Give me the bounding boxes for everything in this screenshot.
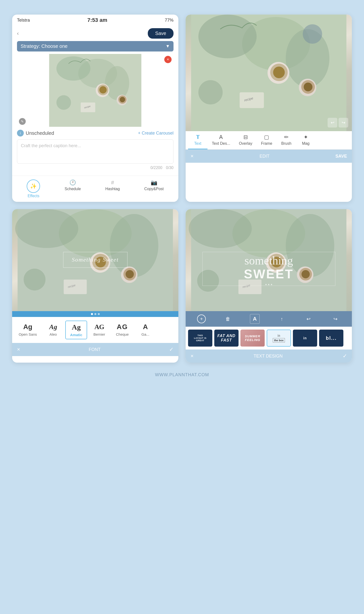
editor-save-button[interactable]: SAVE — [335, 154, 347, 159]
svg-point-38 — [15, 209, 78, 248]
design-summer-feeling-label: SUMMER FEELING — [244, 333, 262, 343]
tools-bar: 𝗧 Text 𝖠 Text Des... ⊟ Overlay ▢ Frame ✏… — [186, 131, 352, 150]
tool-brush-label: Brush — [281, 141, 291, 146]
design-in-the-box[interactable]: in the box — [267, 330, 291, 347]
schedule-icon: 🕐 — [69, 179, 76, 186]
design-summer-feeling[interactable]: SUMMER FEELING — [240, 330, 265, 347]
design-fat-fast[interactable]: FAT AND FAST — [214, 330, 239, 347]
post-image-wrapper: recipe × ✎ — [17, 54, 173, 127]
design-in-dark[interactable]: in — [293, 330, 317, 347]
schedule-row: i Unscheduled + Create Carousel — [12, 127, 178, 139]
tool-frame[interactable]: ▢ Frame — [257, 131, 277, 149]
font-open-sans[interactable]: Ag Open Sans — [14, 321, 41, 339]
top-bar: ‹ Save — [12, 26, 178, 41]
tool-text-design[interactable]: 𝖠 Text Des... — [208, 131, 235, 149]
undo-button[interactable]: ↩ — [328, 118, 337, 127]
create-carousel-button[interactable]: + Create Carousel — [138, 131, 173, 136]
font-name-gap: Ga... — [142, 332, 149, 336]
tool-frame-label: Frame — [261, 141, 272, 146]
sweet-text-overlay: Something Sweet — [72, 257, 119, 263]
post-image: recipe — [17, 54, 173, 127]
carrier-signal: Telstra — [17, 18, 30, 23]
font-sample-bernier: AG — [94, 323, 104, 331]
tool-text[interactable]: 𝗧 Text — [188, 131, 208, 149]
design-bl[interactable]: bl... — [319, 330, 343, 347]
design-action-bar: × TEXT DESIGN ✓ — [186, 350, 352, 363]
bottom-nav: ✨ Effects 🕐 Schedule # Hashtag 📷 Copy&Po… — [12, 176, 178, 202]
font-aleo[interactable]: Ag Aleo — [42, 321, 64, 339]
svg-point-39 — [24, 269, 46, 290]
nav-hashtag[interactable]: # Hashtag — [105, 179, 120, 198]
strategy-label: Strategy: Choose one — [21, 43, 67, 49]
design-tools-bar: + 🗑 A ↑ ↩ ↪ — [186, 311, 352, 327]
font-a-button[interactable]: A — [250, 314, 260, 324]
font-selector-card: recipe Something Sweet Ag Open Sans Ag A — [12, 209, 178, 363]
font-cheque[interactable]: AG Cheque — [111, 321, 133, 339]
design-confirm-button[interactable]: ✓ — [343, 353, 347, 359]
schedule-left: i Unscheduled — [17, 130, 54, 136]
hashtag-count: 0/30 — [166, 166, 173, 170]
footer: WWW.PLANNTHAT.COM — [155, 372, 209, 377]
font-bernier[interactable]: AG Bernier — [88, 321, 110, 339]
svg-point-18 — [273, 67, 285, 78]
tool-brush[interactable]: ✏ Brush — [277, 131, 296, 149]
remove-image-button[interactable]: × — [164, 56, 171, 63]
tool-overlay[interactable]: ⊟ Overlay — [235, 131, 257, 149]
nav-copy-post[interactable]: 📷 Copy&Post — [144, 179, 164, 198]
svg-point-35 — [126, 270, 134, 278]
text-design-selector: THIS LAYOUT IS GREAT FAT AND FAST SUMMER… — [186, 327, 352, 350]
edit-image-icon: ✎ — [19, 118, 26, 125]
font-amatic[interactable]: Ag Amatic — [65, 321, 87, 339]
avatar: i — [17, 130, 24, 136]
redo-design-button[interactable]: ↪ — [331, 314, 340, 324]
svg-point-12 — [57, 95, 71, 110]
design-in-the-box-label: in the box — [272, 332, 286, 344]
delete-text-button[interactable]: 🗑 — [223, 314, 233, 324]
nav-copy-post-label: Copy&Post — [144, 187, 164, 191]
upload-button[interactable]: ↑ — [277, 314, 286, 324]
font-name-bernier: Bernier — [93, 332, 105, 336]
tool-text-label: Text — [194, 141, 201, 146]
svg-point-51 — [189, 209, 252, 248]
caption-counter: 0/2200 0/30 — [12, 164, 178, 172]
font-sample-gap: A — [143, 323, 148, 331]
font-action-label: FONT — [89, 347, 101, 352]
nav-effects[interactable]: ✨ Effects — [27, 179, 40, 198]
dot-3 — [98, 313, 100, 315]
design-this-layout-label: THIS LAYOUT IS GREAT — [193, 333, 208, 343]
caption-input[interactable]: Craft the perfect caption here... — [17, 139, 173, 164]
hashtag-icon: # — [111, 179, 114, 186]
design-fat-fast-label: FAT AND FAST — [216, 332, 237, 344]
status-bar: Telstra 7:53 am 77% — [12, 14, 178, 26]
strategy-bar[interactable]: Strategy: Choose one ▼ — [17, 41, 173, 52]
save-button[interactable]: Save — [148, 28, 173, 39]
add-text-button[interactable]: + — [197, 314, 206, 323]
undo-redo-controls: ↩ ↪ — [328, 118, 348, 127]
frame-tool-icon: ▢ — [264, 134, 269, 140]
text-editor-card: recipe ↩ ↪ 𝗧 Text 𝖠 Text Des... ⊟ — [186, 14, 352, 202]
undo-design-button[interactable]: ↩ — [304, 314, 313, 324]
font-confirm-button[interactable]: ✓ — [169, 346, 173, 353]
brush-tool-icon: ✏ — [284, 134, 288, 140]
nav-schedule-label: Schedule — [65, 187, 81, 191]
dot-2 — [94, 313, 96, 315]
editor-close-button[interactable]: × — [191, 153, 194, 159]
tool-mag[interactable]: ✦ Mag — [296, 131, 315, 149]
design-bl-label: bl... — [325, 334, 338, 342]
nav-schedule[interactable]: 🕐 Schedule — [65, 179, 81, 198]
text-design-tool-icon: 𝖠 — [219, 134, 223, 140]
design-close-button[interactable]: × — [191, 353, 194, 359]
font-gap[interactable]: A Ga... — [134, 321, 156, 339]
design-bullets: • • • — [186, 282, 352, 287]
design-in-dark-label: in — [302, 335, 308, 341]
effects-icon: ✨ — [27, 179, 40, 193]
back-button[interactable]: ‹ — [17, 30, 19, 37]
font-close-button[interactable]: × — [17, 346, 20, 353]
design-this-layout[interactable]: THIS LAYOUT IS GREAT — [188, 330, 212, 347]
nav-hashtag-label: Hashtag — [105, 187, 120, 191]
design-text-content: something SWEET • • • — [186, 252, 352, 287]
svg-point-21 — [304, 82, 312, 91]
redo-button[interactable]: ↪ — [338, 118, 348, 127]
svg-point-5 — [100, 86, 107, 94]
copy-post-icon: 📷 — [151, 179, 157, 186]
